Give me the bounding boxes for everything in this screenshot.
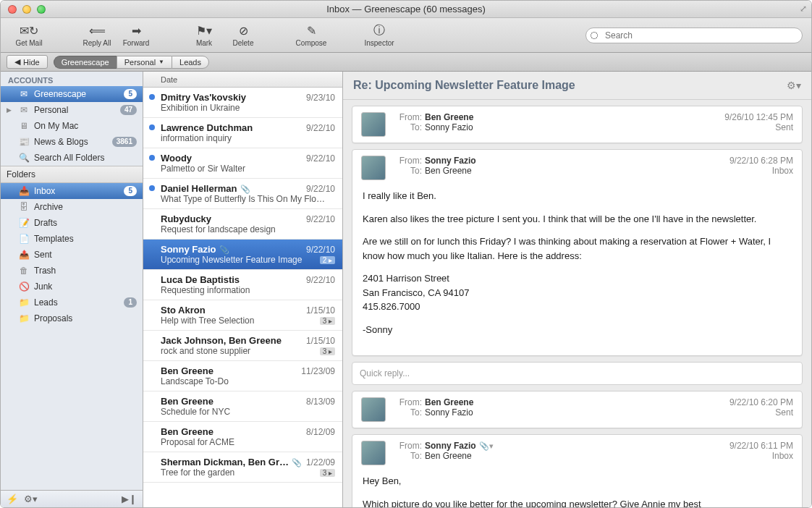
attachment-icon: 📎: [240, 185, 250, 193]
mark-button[interactable]: ⚑▾ Mark: [185, 20, 224, 51]
sidebar-account-on-my-mac[interactable]: 🖥On My Mac: [1, 118, 143, 134]
message-folder: Inbox: [729, 166, 793, 176]
search-input[interactable]: [585, 27, 803, 43]
message-row[interactable]: Rubyducky9/22/10Request for landscape de…: [143, 209, 342, 240]
fullscreen-icon[interactable]: ⤢: [800, 4, 807, 14]
seg-greenescape[interactable]: Greenescape: [54, 56, 117, 69]
message-row[interactable]: Ben Greene8/13/09Schedule for NYC: [143, 391, 342, 422]
thread-message[interactable]: From:Ben GreeneTo:Sonny Fazio9/22/10 6:2…: [352, 391, 803, 428]
message-row[interactable]: Ben Greene11/23/09Landscape To-Do: [143, 361, 342, 391]
count-badge: 1: [124, 297, 137, 308]
close-window-button[interactable]: [8, 5, 17, 14]
unread-dot-icon: [149, 94, 155, 100]
inspector-button[interactable]: ⓘ Inspector: [360, 20, 399, 51]
message-subject-preview: Tree for the garden: [161, 467, 320, 478]
reading-pane: Re: Upcoming Newsletter Feature Image ⚙▾…: [343, 72, 811, 507]
thread-message: From:Sonny Fazio📎▾To:Ben Greene9/22/10 6…: [352, 434, 803, 507]
message-row[interactable]: Daniel Hellerman📎9/22/10What Type of But…: [143, 179, 342, 209]
message-row[interactable]: Sto Akron1/15/10Help with Tree Selection…: [143, 300, 342, 331]
message-date: 9/23/10: [306, 93, 335, 103]
message-date: 9/22/10: [306, 275, 335, 285]
gear-icon[interactable]: ⚙▾: [24, 494, 38, 504]
sidebar-item-label: Drafts: [34, 218, 137, 228]
message-folder: Sent: [729, 407, 793, 418]
get-mail-button[interactable]: ✉︎↻ Get Mail: [9, 20, 48, 51]
message-folder: Sent: [724, 122, 793, 132]
message-date: 8/12/09: [306, 427, 335, 437]
message-subject-preview: information inquiry: [161, 133, 335, 143]
compose-button[interactable]: ✎ Compose: [292, 20, 331, 51]
thread-message[interactable]: From:Ben GreeneTo:Sonny Fazio9/26/10 12:…: [352, 106, 803, 143]
message-row[interactable]: Woody9/22/10Palmetto or Sir Walter: [143, 148, 342, 179]
message-row[interactable]: Ben Greene8/12/09Proposal for ACME: [143, 422, 342, 452]
sidebar-account-news-&-blogs[interactable]: 📰News & Blogs3861: [1, 134, 143, 150]
folder-icon: 📥: [18, 186, 30, 196]
sidebar-item-label: News & Blogs: [34, 137, 108, 147]
preview-toggle-icon[interactable]: ▶❙: [122, 494, 137, 504]
message-date: 9/22/10: [306, 123, 335, 133]
avatar: [361, 156, 386, 180]
attachment-icon: 📎: [219, 245, 229, 254]
quick-reply-input[interactable]: Quick reply...: [352, 362, 803, 385]
sidebar-folder-archive[interactable]: 🗄Archive: [1, 199, 143, 215]
message-subject-preview: What Type of Butterfly Is This On My Flo…: [161, 194, 335, 204]
sidebar-folder-leads[interactable]: 📁Leads1: [1, 295, 143, 310]
sidebar-account-personal[interactable]: ▶✉Personal47: [1, 102, 143, 118]
sidebar-folder-inbox[interactable]: 📥Inbox5: [1, 183, 143, 199]
message-subject-preview: Landscape To-Do: [161, 376, 335, 386]
message-from: Lawrence Dutchman: [161, 122, 306, 133]
sidebar-item-label: Personal: [34, 105, 116, 115]
sidebar-folder-proposals[interactable]: 📁Proposals: [1, 310, 143, 326]
sidebar-folder-templates[interactable]: 📄Templates: [1, 231, 143, 247]
sidebar-account-greenescape[interactable]: ✉Greenescape5: [1, 86, 143, 102]
message-subject-preview: Exhibition in Ukraine: [161, 103, 335, 113]
seg-leads[interactable]: Leads: [172, 56, 209, 69]
sidebar-folder-junk[interactable]: 🚫Junk: [1, 279, 143, 295]
toolbar: ✉︎↻ Get Mail ⟸ Reply All ➡ Forward ⚑▾ Ma…: [1, 18, 811, 53]
sidebar-item-label: Sent: [34, 250, 137, 260]
column-header-date[interactable]: Date: [161, 75, 177, 84]
message-actions-gear-icon[interactable]: ⚙▾: [787, 80, 801, 91]
message-folder: Inbox: [729, 451, 793, 461]
message-subject-preview: Request for landscape design: [161, 224, 335, 234]
message-row[interactable]: Dmitry Vas'kovskiy9/23/10Exhibition in U…: [143, 88, 342, 118]
sidebar-folder-drafts[interactable]: 📝Drafts: [1, 215, 143, 231]
message-datetime: 9/22/10 6:20 PM: [729, 397, 793, 407]
count-badge: 5: [124, 186, 137, 196]
message-row[interactable]: Sherman Dickman, Ben Gr…📎1/22/09Tree for…: [143, 452, 342, 483]
sidebar-account-search-all-folders[interactable]: 🔍Search All Folders: [1, 150, 143, 166]
stamp-icon: ⚑▾: [196, 24, 212, 38]
hide-sidebar-button[interactable]: ◀ Hide: [7, 55, 48, 69]
sidebar-folder-sent[interactable]: 📤Sent: [1, 247, 143, 263]
no-entry-icon: ⊘: [239, 24, 248, 38]
to-label: To:: [393, 122, 422, 132]
delete-button[interactable]: ⊘ Delete: [224, 20, 263, 51]
message-row[interactable]: Jack Johnson, Ben Greene1/15/10rock and …: [143, 331, 342, 361]
chevron-down-icon: ▼: [158, 59, 164, 65]
disclosure-triangle-icon[interactable]: ▶: [7, 106, 14, 114]
attachment-icon: 📎: [292, 458, 302, 467]
message-subject: Re: Upcoming Newsletter Feature Image: [353, 79, 575, 92]
message-row[interactable]: Lawrence Dutchman9/22/10information inqu…: [143, 118, 342, 148]
folder-icon: 🚫: [18, 281, 30, 292]
forward-button[interactable]: ➡ Forward: [117, 20, 156, 51]
message-subject-preview: Schedule for NYC: [161, 407, 335, 417]
sidebar-folder-trash[interactable]: 🗑Trash: [1, 263, 143, 279]
avatar: [361, 441, 386, 465]
message-from: Woody: [161, 153, 306, 164]
sidebar-item-label: Search All Folders: [34, 153, 137, 163]
unread-dot-icon: [149, 185, 155, 191]
reply-all-icon: ⟸: [89, 24, 106, 38]
sidebar-accounts-header: ACCOUNTS: [1, 72, 143, 86]
seg-personal[interactable]: Personal ▼: [117, 56, 172, 69]
to-label: To:: [393, 407, 422, 418]
minimize-window-button[interactable]: [22, 5, 31, 14]
activity-icon[interactable]: ⚡: [7, 494, 18, 504]
message-row[interactable]: Luca De Baptistis9/22/10Requesting infor…: [143, 270, 342, 300]
folder-icon: 🗑: [18, 266, 30, 276]
message-row[interactable]: Sonny Fazio📎9/22/10Upcoming Newsletter F…: [143, 240, 342, 270]
sidebar: ACCOUNTS ✉Greenescape5▶✉Personal47🖥On My…: [1, 72, 143, 507]
folder-icon: 🗄: [18, 202, 30, 212]
reply-all-button[interactable]: ⟸ Reply All: [77, 20, 117, 51]
zoom-window-button[interactable]: [37, 5, 46, 14]
